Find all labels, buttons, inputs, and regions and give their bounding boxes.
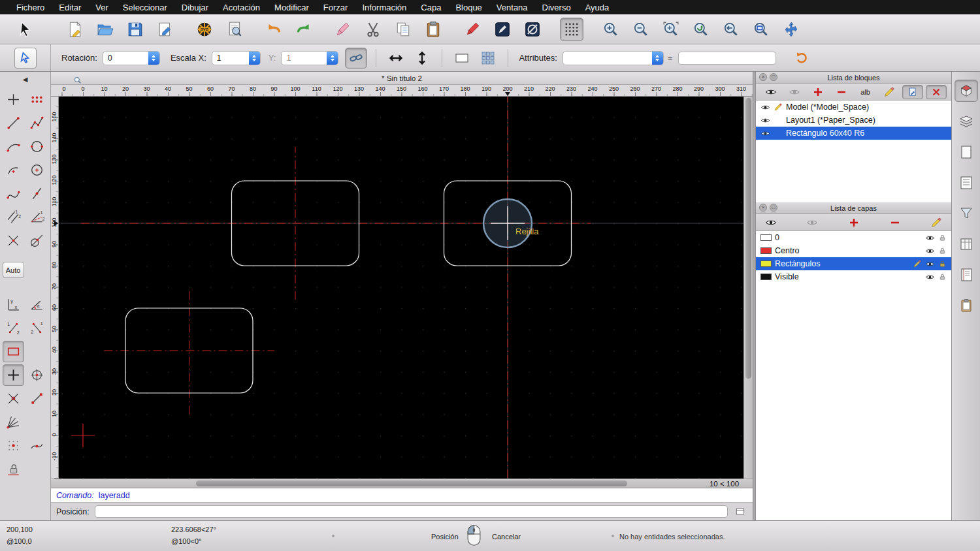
- relative-coordinates-tool-button[interactable]: yx: [3, 294, 24, 315]
- parallel-tool-button[interactable]: 12: [3, 206, 24, 228]
- add-block-button[interactable]: [808, 85, 828, 99]
- show-all-blocks-button[interactable]: [760, 85, 781, 99]
- stepper-icon[interactable]: [652, 52, 663, 65]
- snap-endpoint-button[interactable]: [26, 388, 48, 409]
- layer-list-dock-button[interactable]: [955, 110, 978, 133]
- undo-action-button[interactable]: [791, 48, 813, 69]
- scale-x-combobox[interactable]: 1: [212, 51, 261, 65]
- block-visibility-eye-icon[interactable]: [760, 102, 770, 112]
- scale-y-combobox[interactable]: 1: [281, 51, 338, 65]
- delete-selected-button[interactable]: [331, 18, 355, 41]
- edit-attributes-button[interactable]: [491, 18, 514, 41]
- spline-tool-button[interactable]: [3, 183, 24, 204]
- rectangle-tool-button[interactable]: [3, 341, 24, 362]
- save-button[interactable]: [123, 18, 147, 41]
- properties-dock-button[interactable]: [955, 233, 978, 255]
- menu-item[interactable]: Acotación: [216, 3, 267, 12]
- menu-item[interactable]: Información: [355, 3, 414, 12]
- snap-angles-button[interactable]: [3, 411, 24, 433]
- vertical-scrollbar-thumb[interactable]: [745, 98, 751, 379]
- menu-item[interactable]: Ayuda: [578, 3, 617, 12]
- layer-visibility-eye-icon[interactable]: [925, 259, 935, 269]
- new-document-button[interactable]: [63, 18, 87, 41]
- menu-item[interactable]: Capa: [414, 3, 448, 12]
- hide-all-layers-button[interactable]: [802, 215, 823, 230]
- snap-on-entity-button[interactable]: [26, 435, 48, 456]
- edit-entity-button[interactable]: [461, 18, 484, 41]
- zoom-window-button[interactable]: [749, 18, 773, 41]
- drawing-canvas[interactable]: Rejilla: [59, 97, 743, 479]
- panel-close-button[interactable]: ×: [759, 204, 767, 212]
- add-layer-button[interactable]: [843, 215, 864, 230]
- layer-list-item[interactable]: Visible: [756, 270, 951, 283]
- tool-options-button[interactable]: [14, 48, 37, 69]
- modify-layer-button[interactable]: [926, 215, 947, 230]
- panel-close-button[interactable]: ×: [759, 73, 767, 81]
- menu-item[interactable]: Fichero: [9, 3, 52, 12]
- expand-command-button[interactable]: [733, 506, 747, 517]
- layer-lock-icon[interactable]: [938, 247, 947, 255]
- layer-color-swatch[interactable]: [760, 247, 772, 254]
- menu-item[interactable]: Bloque: [448, 3, 489, 12]
- remove-block-button[interactable]: [831, 85, 852, 99]
- proportional-link-button[interactable]: [345, 48, 367, 69]
- layer-color-swatch[interactable]: [760, 274, 772, 280]
- snap-intersection-button[interactable]: [3, 388, 24, 409]
- construction-mode-button[interactable]: [521, 18, 544, 41]
- rename-block-button[interactable]: alb: [855, 85, 876, 99]
- delete-block-button[interactable]: [926, 85, 947, 99]
- auto-snap-button[interactable]: Auto: [3, 262, 24, 278]
- point-tool-button[interactable]: [3, 89, 24, 110]
- block-visibility-eye-icon[interactable]: [760, 116, 770, 125]
- layer-visibility-eye-icon[interactable]: [925, 272, 935, 282]
- menu-item[interactable]: Ver: [88, 3, 116, 12]
- layer-visibility-eye-icon[interactable]: [925, 233, 935, 243]
- circle-center-tool-button[interactable]: [26, 159, 48, 181]
- vertical-scrollbar[interactable]: [743, 97, 753, 479]
- attributes-combobox[interactable]: [563, 51, 664, 65]
- panel-float-button[interactable]: □: [770, 73, 777, 81]
- zoom-auto-button[interactable]: [659, 18, 683, 41]
- zoom-redraw-button[interactable]: [689, 18, 713, 41]
- layer-lock-icon[interactable]: [938, 273, 947, 281]
- block-list-item[interactable]: Rectángulo 60x40 R6: [756, 127, 951, 140]
- horizontal-scrollbar-thumb[interactable]: [196, 480, 627, 486]
- block-visibility-eye-icon[interactable]: [760, 129, 770, 138]
- toolbox-collapse-button[interactable]: ◀: [0, 72, 50, 86]
- arc-tool-button[interactable]: [3, 136, 24, 157]
- points-tool-button[interactable]: [26, 89, 48, 110]
- intersection-tool-button[interactable]: [3, 230, 24, 251]
- zoom-pan-button[interactable]: [779, 18, 803, 41]
- block-list-item[interactable]: Model (*Model_Space): [756, 101, 951, 114]
- undo-button[interactable]: [262, 18, 286, 41]
- menu-item[interactable]: Seleccionar: [116, 3, 174, 12]
- horizontal-scrollbar[interactable]: [59, 479, 696, 488]
- remove-layer-button[interactable]: [885, 215, 906, 230]
- block-list-item[interactable]: Layout1 (*Paper_Space): [756, 114, 951, 127]
- paste-button[interactable]: [421, 18, 445, 41]
- rotation-combobox[interactable]: 0: [103, 51, 160, 65]
- filter-dock-button[interactable]: [955, 202, 978, 225]
- command-line[interactable]: Comando: layeradd: [51, 488, 753, 502]
- line-two-points-tool-button[interactable]: [3, 112, 24, 134]
- layer-color-swatch[interactable]: [760, 234, 772, 241]
- line-point-tool-button[interactable]: [26, 183, 48, 204]
- snap-free-button[interactable]: [3, 364, 24, 386]
- menu-item[interactable]: Editar: [52, 3, 88, 12]
- entity-list-dock-button[interactable]: [955, 172, 978, 194]
- tangent-tool-button[interactable]: [26, 230, 48, 251]
- select-pointer-button[interactable]: [16, 20, 35, 39]
- zoom-in-button[interactable]: [599, 18, 623, 41]
- copy-button[interactable]: [391, 18, 415, 41]
- print-preview-button[interactable]: [223, 18, 246, 41]
- stepper-icon[interactable]: [327, 52, 338, 65]
- menu-item[interactable]: Ventana: [489, 3, 535, 12]
- layer-list-item[interactable]: 0: [756, 231, 951, 244]
- layer-list-item[interactable]: Rectángulos: [756, 257, 951, 270]
- menu-item[interactable]: Modificar: [267, 3, 316, 12]
- menu-item[interactable]: Forzar: [316, 3, 355, 12]
- arc-center-tool-button[interactable]: [3, 159, 24, 181]
- command-input-text[interactable]: layeradd: [99, 491, 130, 500]
- zoom-previous-button[interactable]: [719, 18, 743, 41]
- edit-drawing-button[interactable]: [154, 18, 177, 41]
